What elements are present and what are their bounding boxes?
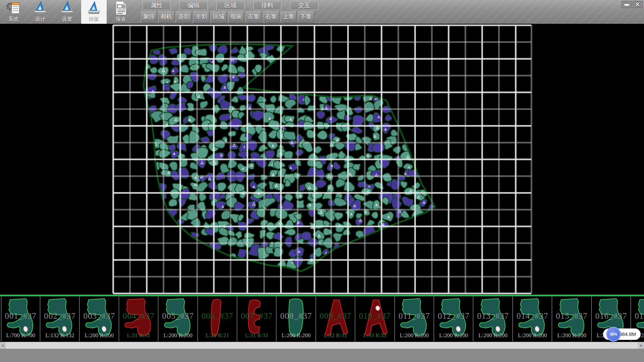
nav-layout-label: 排版 [81,16,107,22]
piece-id: 002_#37 [40,311,79,321]
tool-buttons: 聚排 相机 选割 全割 区域 瑕疵 左靠 右靠 上靠 下靠 [141,11,315,22]
piece-lr-count: L:200 R:200 [395,332,434,339]
tool-camera[interactable]: 相机 [158,11,174,22]
piece-id: 015_#37 [552,311,591,321]
piece-lr-count: L:33 R:33 [356,332,394,339]
nav-settings-label: 设置 [54,16,80,22]
triangle-ruler-icon [60,1,74,15]
nesting-workspace [0,24,644,295]
piece-id: 005_#37 [159,311,198,321]
scroll-left-arrow-icon[interactable]: ‹ [0,342,6,349]
tool-cut-all[interactable]: 全割 [193,11,209,22]
piece-thumb-003_#37[interactable]: 003_#37L:200 R:200 [80,297,119,341]
tool-cluster-nest[interactable]: 聚排 [141,11,157,22]
tool-defect[interactable]: 瑕疵 [228,11,244,22]
piece-thumb-001_#37[interactable]: 001_#37L:700 R:700 [1,297,40,341]
tab-edit[interactable]: 编辑 [179,1,208,10]
piece-id: 010_#37 [356,311,394,321]
piece-lr-count: L:132 R:132 [40,332,79,339]
piece-lr-count: L:21 R:21 [198,332,237,339]
piece-thumb-013_#37[interactable]: 013_#37L:200 R:200 [474,297,513,341]
nav-system[interactable]: 系统 [1,0,26,24]
status-bar [0,349,644,362]
nav-report-label: 报表 [108,16,133,22]
menu-tabs: 属性 编辑 区域 排料 交互 [143,1,327,10]
piece-lr-count: L:200 R:200 [80,332,119,339]
piece-thumb-015_#37[interactable]: 015_#37L:200 R:200 [552,297,592,341]
triangle-ruler-icon [87,1,101,15]
piece-thumb-011_#37[interactable]: 011_#37L:200 R:200 [395,297,434,341]
main-nav: 系统 设计 设置 [1,0,135,24]
piece-thumb-004_#37[interactable]: 004_#37L:31 R:31 [119,297,158,341]
piece-lr-count: L:32 R:31 [316,332,355,339]
piece-id: 007_#37 [237,311,276,321]
piece-lr-count: L:31 R:31 [119,332,158,339]
nav-settings[interactable]: 设置 [54,0,80,24]
piece-id: 008_#37 [277,311,316,321]
piece-id: 004_#37 [119,311,158,321]
tool-align-bottom[interactable]: 下靠 [298,11,314,22]
piece-lr-count: L:700 R:700 [1,332,40,339]
piece-id: 013_#37 [474,311,513,321]
minimize-icon [624,4,629,6]
horizontal-scrollbar[interactable]: ‹ › [0,342,644,349]
nav-layout-active[interactable]: 排版 [81,0,107,24]
close-button[interactable]: ✕ [633,1,643,8]
minimize-button[interactable] [622,1,632,8]
nav-system-label: 系统 [1,16,26,22]
piece-id: 011_#37 [395,311,434,321]
tool-align-top[interactable]: 上靠 [280,11,297,22]
piece-thumb-012_#37[interactable]: 012_#37L:200 R:200 [434,297,473,341]
piece-thumb-008_#37[interactable]: 008_#37L:200 R:200 [277,297,316,341]
nav-report[interactable]: 报表 [108,0,133,24]
piece-id: 014_#37 [513,311,552,321]
piece-lr-count: L:200 R:200 [434,332,473,339]
nesting-canvas[interactable] [0,24,644,295]
piece-thumb-002_#37[interactable]: 002_#37L:132 R:132 [40,297,79,341]
piece-thumb-014_#37[interactable]: 014_#37L:200 R:200 [513,297,552,341]
piece-lr-count: L:200 R:200 [474,332,513,339]
top-toolbar: 系统 设计 设置 [0,0,644,24]
scrollbar-thumb[interactable] [6,342,638,349]
piece-thumb-007_#37[interactable]: 007_#37L:31 R:31 [237,297,276,341]
scroll-right-arrow-icon[interactable]: › [638,342,644,349]
piece-id: 009_#37 [316,311,355,321]
tool-region[interactable]: 区域 [211,11,227,22]
piece-id: 003_#37 [80,311,119,321]
piece-lr-count: L:200 R:200 [552,332,591,339]
piece-id: 001_#37 [1,311,40,321]
tab-nesting[interactable]: 排料 [253,1,281,10]
progress-percent-badge[interactable]: 38% [606,327,621,342]
window-controls: ✕ [621,1,643,8]
piece-thumb-006_#37[interactable]: 006_#37L:21 R:21 [198,297,237,341]
piece-lr-count: L:200 R:200 [159,332,198,339]
tab-properties[interactable]: 属性 [143,1,171,10]
nav-design[interactable]: 设计 [28,0,53,24]
piece-lr-count: L:200 R:200 [277,332,316,339]
gear-document-icon [6,1,21,15]
nav-design-label: 设计 [28,16,53,22]
piece-thumbnails: 001_#37L:700 R:700002_#37L:132 R:132003_… [0,295,644,342]
piece-id: 012_#37 [434,311,473,321]
tool-cut-selected[interactable]: 选割 [176,11,192,22]
report-document-icon [113,1,128,15]
piece-id: 006_#37 [198,311,237,321]
piece-thumb-010_#37[interactable]: 010_#37L:33 R:33 [356,297,395,341]
piece-id: 016_#37 [592,311,631,321]
triangle-ruler-icon [33,1,48,15]
tab-region[interactable]: 区域 [216,1,245,10]
tab-interaction[interactable]: 交互 [290,1,318,10]
piece-lr-count: L:200 R:200 [513,332,552,339]
piece-thumb-009_#37[interactable]: 009_#37L:32 R:31 [316,297,355,341]
piece-thumb-005_#37[interactable]: 005_#37L:200 R:200 [159,297,198,341]
piece-lr-count: L:31 R:31 [237,332,276,339]
piece-id: 017_#37 [631,311,644,321]
tool-align-left[interactable]: 左靠 [246,11,262,22]
tool-align-right[interactable]: 右靠 [263,11,279,22]
pieces-strip: 001_#37L:700 R:700002_#37L:132 R:132003_… [0,295,644,342]
